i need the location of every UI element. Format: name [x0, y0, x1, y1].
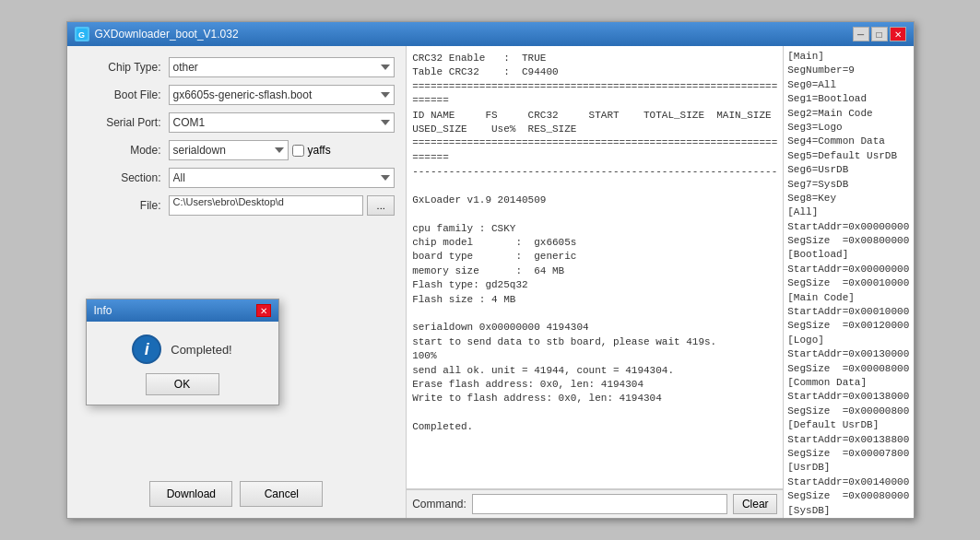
left-panel: Chip Type: other Boot File: gx6605s-gene… — [67, 46, 407, 518]
info-dialog: Info ✕ i Completed! OK — [86, 299, 279, 405]
serial-port-row: Serial Port: COM1 — [78, 112, 396, 133]
window-body: Chip Type: other Boot File: gx6605s-gene… — [67, 46, 914, 518]
dialog-title-bar: Info ✕ — [87, 299, 278, 322]
file-input-row: C:\Users\ebro\Desktop\d ... — [169, 195, 396, 216]
boot-file-row: Boot File: gx6605s-generic-sflash.boot — [78, 85, 396, 105]
yaffs-checkbox[interactable] — [292, 145, 304, 157]
window-icon: G — [75, 27, 89, 41]
minimize-button[interactable]: ─ — [853, 27, 869, 41]
clear-button[interactable]: Clear — [733, 494, 777, 514]
command-label: Command: — [412, 498, 466, 511]
maximize-button[interactable]: □ — [871, 27, 888, 41]
center-panel: CRC32 Enable : TRUE Table CRC32 : C94400… — [407, 46, 784, 518]
chip-type-select[interactable]: other — [169, 57, 396, 77]
mode-controls: serialdown yaffs — [169, 140, 331, 160]
file-row: File: C:\Users\ebro\Desktop\d ... — [78, 195, 396, 216]
section-select[interactable]: All — [169, 168, 396, 188]
bottom-buttons: Download Cancel — [78, 463, 396, 507]
close-button[interactable]: ✕ — [890, 27, 906, 41]
mode-row: Mode: serialdown yaffs — [78, 140, 396, 160]
dialog-close-button[interactable]: ✕ — [256, 304, 271, 317]
dialog-content: i Completed! — [132, 335, 231, 364]
command-row: Command: Clear — [407, 489, 783, 518]
right-panel[interactable]: [Main] SegNumber=9 Seg0=All Seg1=Bootloa… — [784, 46, 913, 518]
mode-select[interactable]: serialdown — [169, 140, 289, 160]
chip-type-label: Chip Type: — [78, 61, 161, 74]
log-area[interactable]: CRC32 Enable : TRUE Table CRC32 : C94400… — [407, 46, 783, 489]
window-title: GXDownloader_boot_V1.032 — [95, 28, 239, 41]
command-input[interactable] — [472, 494, 727, 514]
yaffs-label: yaffs — [308, 144, 331, 157]
yaffs-checkbox-row: yaffs — [292, 144, 331, 157]
download-button[interactable]: Download — [149, 481, 232, 507]
title-controls: ─ □ ✕ — [853, 27, 906, 41]
dialog-message: Completed! — [171, 343, 231, 357]
serial-port-label: Serial Port: — [78, 116, 161, 129]
boot-file-label: Boot File: — [78, 88, 161, 101]
dialog-title-text: Info — [94, 304, 112, 317]
file-label: File: — [78, 199, 161, 212]
boot-file-select[interactable]: gx6605s-generic-sflash.boot — [169, 85, 396, 105]
info-icon: i — [132, 335, 161, 364]
mode-label: Mode: — [78, 144, 161, 157]
file-path-display: C:\Users\ebro\Desktop\d — [169, 195, 364, 216]
main-window: G GXDownloader_boot_V1.032 ─ □ ✕ Chip Ty… — [66, 21, 915, 519]
svg-text:G: G — [78, 30, 85, 40]
serial-port-select[interactable]: COM1 — [169, 112, 396, 133]
title-bar: G GXDownloader_boot_V1.032 ─ □ ✕ — [67, 22, 914, 46]
ok-button[interactable]: OK — [146, 373, 219, 395]
dialog-body: i Completed! OK — [87, 322, 278, 405]
chip-type-row: Chip Type: other — [78, 57, 396, 77]
section-row: Section: All — [78, 168, 396, 188]
section-label: Section: — [78, 171, 161, 184]
browse-button[interactable]: ... — [367, 195, 395, 216]
cancel-button[interactable]: Cancel — [240, 481, 323, 507]
title-bar-left: G GXDownloader_boot_V1.032 — [75, 27, 239, 41]
